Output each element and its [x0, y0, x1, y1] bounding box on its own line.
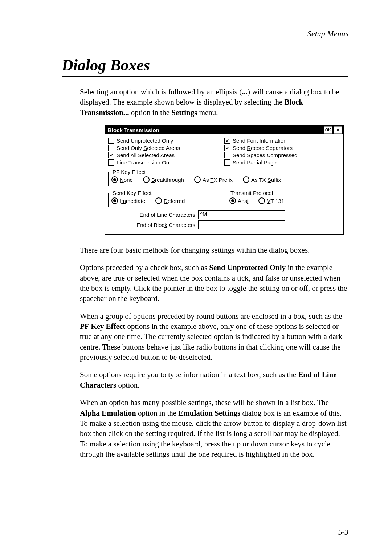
paragraph-methods: There are four basic methods for changin… — [80, 245, 348, 255]
checkbox-icon — [108, 152, 114, 158]
eol-label: End of Line Characters — [108, 212, 198, 218]
transmit-protocol-group: Transmit Protocol Ansi VT 131 — [226, 190, 340, 207]
checkbox-icon — [224, 145, 230, 151]
pf-key-effect-legend: PF Key Effect — [111, 169, 147, 175]
radio-as-tx-prefix[interactable]: As TX Prefix — [194, 176, 233, 183]
eol-row: End of Line Characters ^M — [108, 210, 340, 219]
radio-icon — [111, 176, 118, 183]
paragraph-listbox: When an option has many possible setting… — [80, 397, 348, 459]
radio-none[interactable]: None — [111, 176, 133, 183]
check-send-partial-page[interactable]: Send Partial Page — [224, 159, 340, 166]
eol-input[interactable]: ^M — [198, 210, 285, 219]
checkbox-icon — [108, 138, 114, 144]
check-send-only-selected[interactable]: Send Only Selected Areas — [108, 145, 224, 151]
check-send-spaces-compressed[interactable]: Send Spaces Compressed — [224, 152, 340, 158]
ok-button[interactable]: OK — [324, 126, 332, 134]
section-header: Setup Menus — [62, 29, 348, 41]
transmit-protocol-legend: Transmit Protocol — [229, 190, 274, 196]
page-number: 5-3 — [338, 528, 348, 537]
check-send-font-info[interactable]: Send Font Information — [224, 138, 340, 144]
radio-as-tx-suffix[interactable]: As TX Suffix — [243, 176, 281, 183]
radio-deferred[interactable]: Deferred — [155, 197, 185, 204]
checks-left-col: Send Unprotected Only Send Only Selected… — [108, 136, 224, 167]
pf-key-effect-group: PF Key Effect None Breakthrough As TX Pr… — [108, 169, 340, 186]
check-send-unprotected[interactable]: Send Unprotected Only — [108, 138, 224, 144]
radio-immediate[interactable]: Immediate — [111, 197, 145, 204]
check-send-all-selected[interactable]: Send All Selected Areas — [108, 152, 224, 158]
radio-ansi[interactable]: Ansi — [229, 197, 248, 204]
check-send-record-sep[interactable]: Send Record Separators — [224, 145, 340, 151]
eob-input[interactable] — [198, 220, 285, 229]
title-rule — [62, 76, 348, 77]
close-button[interactable]: × — [334, 126, 342, 134]
radio-icon — [194, 176, 201, 183]
checkbox-icon — [224, 159, 230, 166]
send-key-effect-group: Send Key Effect Immediate Deferred — [108, 190, 222, 207]
send-key-effect-legend: Send Key Effect — [111, 190, 152, 196]
footer-rule — [62, 522, 348, 522]
checks-right-col: Send Font Information Send Record Separa… — [224, 136, 340, 167]
eob-row: End of Block Characters — [108, 220, 340, 229]
checkbox-icon — [224, 152, 230, 158]
radio-icon — [111, 197, 118, 204]
page-title: Dialog Boxes — [62, 56, 348, 74]
paragraph-textbox: Some options require you to type informa… — [80, 370, 348, 390]
radio-vt131[interactable]: VT 131 — [258, 197, 284, 204]
checkbox-icon — [224, 138, 230, 144]
radio-icon — [143, 176, 150, 183]
radio-breakthrough[interactable]: Breakthrough — [143, 176, 184, 183]
radio-icon — [258, 197, 265, 204]
dialog-title: Block Transmission — [106, 127, 323, 133]
paragraph-checkbox: Options preceded by a check box, such as… — [80, 262, 348, 303]
intro-paragraph: Selecting an option which is followed by… — [80, 87, 348, 118]
radio-icon — [229, 197, 236, 204]
dialog-figure: Block Transmission OK × Send Unprotected… — [105, 125, 344, 235]
radio-icon — [243, 176, 249, 183]
checkbox-icon — [108, 159, 114, 166]
radio-icon — [155, 197, 162, 204]
paragraph-radio: When a group of options preceded by roun… — [80, 311, 348, 363]
eob-label: End of Block Characters — [108, 222, 198, 228]
dialog-titlebar: Block Transmission OK × — [105, 126, 343, 134]
checkbox-icon — [108, 145, 114, 151]
check-line-transmission[interactable]: Line Transmission On — [108, 159, 224, 166]
